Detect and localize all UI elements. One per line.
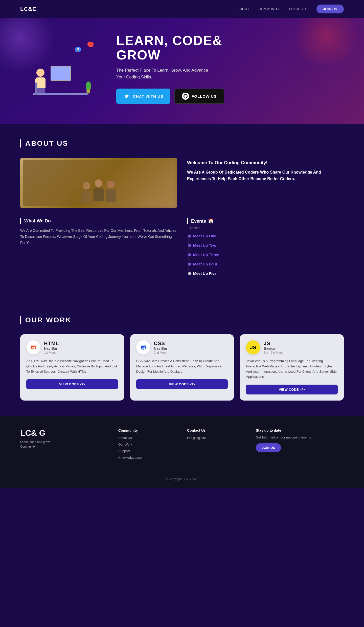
footer-grid: LC& G Learn, code and grow Community Com… — [20, 428, 344, 462]
footer-contact-col: Contact Us info@lcg.site — [187, 428, 246, 462]
footer-join-button[interactable]: JOIN US — [256, 443, 281, 452]
about-grid: Welcome To Our Coding Community! We Are … — [20, 158, 344, 208]
about-image — [20, 158, 177, 208]
footer-logo: LC& G — [20, 428, 108, 438]
js-subtitle: Basics — [264, 346, 283, 350]
nav-links: ABOUT COMMUNITY PROJECTS JOIN US — [237, 5, 344, 13]
what-we-do-text: We Are Committed To Providing The Best R… — [20, 228, 177, 246]
footer-brand: LC& G Learn, code and grow Community — [20, 428, 108, 462]
twitter-icon — [123, 93, 130, 100]
css-icon — [136, 340, 150, 354]
events-section: Events 📅 Timeline Meet Up One Meet Up Tw… — [187, 218, 344, 281]
footer-community-title: Community — [118, 428, 177, 432]
calendar-icon: 📅 — [208, 218, 214, 224]
footer-link-kb[interactable]: Knowledgebase — [118, 456, 142, 459]
css-view-code-button[interactable]: VIEW CODE </> — [136, 379, 228, 389]
css-title-group: CSS Nav Bar 2nd Meet — [154, 341, 167, 354]
html-meet: 1st Meet — [44, 351, 59, 354]
footer-contact-email[interactable]: info@lcg.site — [187, 436, 206, 440]
nav-join-button[interactable]: JOIN US — [316, 5, 344, 13]
html-icon — [26, 340, 40, 354]
our-work-section: OUR WORK HTML — [20, 301, 344, 416]
timeline-item-3: Meet Up Three — [193, 253, 344, 257]
hero-content: LEARN, CODE& GROW The Perfect Place To L… — [116, 33, 344, 104]
footer-contact-title: Contact Us — [187, 428, 246, 432]
hero-subtitle: The Perfect Place To Learn, Grow, And Ad… — [116, 67, 212, 80]
footer-link-about[interactable]: About Us — [118, 436, 132, 440]
html-card: HTML Nav Bar 1st Meet An HTML Nav Bar Is… — [20, 334, 124, 401]
desk-leg-left — [35, 82, 37, 95]
hero-title: LEARN, CODE& GROW — [116, 33, 344, 62]
footer-tagline: Learn, code and grow Community — [20, 440, 108, 449]
timeline-item-4: Meet Up Four — [193, 262, 344, 266]
js-card: JS JS Basics 3rd - 5th Meet JavaScript I… — [240, 334, 344, 401]
js-view-code-button[interactable]: VIEW CODE </> — [246, 385, 338, 394]
what-we-do-section: What We Do We Are Committed To Providing… — [20, 218, 177, 281]
chat-bubble-1: ❤️ — [87, 41, 94, 47]
html-title-group: HTML Nav Bar 1st Meet — [44, 341, 59, 354]
nav-logo: LC&G — [20, 6, 37, 12]
main-content: ABOUT US — [0, 124, 364, 416]
footer: LC& G Learn, code and grow Community Com… — [0, 416, 364, 488]
plant-decoration — [86, 81, 91, 93]
work-cards: HTML Nav Bar 1st Meet An HTML Nav Bar Is… — [20, 334, 344, 401]
footer-community-col: Community About Us Our Work Support Know… — [118, 428, 177, 462]
html-desc: An HTML Nav Bar Is A Website Navigation … — [26, 359, 118, 374]
timeline: Meet Up One Meet Up Two Meet Up Three Me… — [187, 234, 344, 276]
nav-community[interactable]: COMMUNITY — [258, 7, 280, 11]
css-card: CSS Nav Bar 2nd Meet CSS Nav Bars Provid… — [130, 334, 234, 401]
js-desc: JavaScript Is A Programming Language For… — [246, 359, 338, 380]
github-icon — [182, 93, 189, 100]
timeline-item-1: Meet Up One — [193, 234, 344, 238]
person-sil-1 — [81, 182, 92, 203]
footer-stay-col: Stay up to date Get Informed on our upco… — [256, 428, 344, 462]
css-title: CSS — [154, 341, 167, 346]
footer-link-support[interactable]: Support — [118, 449, 130, 453]
js-title: JS — [264, 341, 283, 346]
timeline-item-5: Meet Up Five — [193, 271, 344, 276]
person-sil-2 — [94, 179, 104, 201]
nav-projects[interactable]: PROJECTS — [289, 7, 307, 11]
css-desc: CSS Nav Bars Provide A Consistent, Easy … — [136, 359, 228, 374]
css-subtitle: Nav Bar — [154, 346, 167, 350]
footer-stay-title: Stay up to date — [256, 428, 344, 432]
js-meet: 3rd - 5th Meet — [264, 351, 283, 354]
chat-bubble-2: 💬 — [75, 47, 81, 52]
hero-buttons: CHAT WITH US FOLLOW US — [116, 89, 344, 104]
chat-with-us-button[interactable]: CHAT WITH US — [116, 89, 170, 104]
nav-about[interactable]: ABOUT — [237, 7, 249, 11]
monitor — [51, 66, 71, 81]
about-text: Welcome To Our Coding Community! We Are … — [187, 158, 344, 184]
html-view-code-button[interactable]: VIEW CODE </> — [26, 379, 118, 389]
js-title-group: JS Basics 3rd - 5th Meet — [264, 341, 283, 354]
footer-community-links: About Us Our Work Support Knowledgebase — [118, 435, 177, 460]
footer-stay-desc: Get Informed on our upcoming events — [256, 435, 344, 439]
about-description: We Are A Group Of Dedicated Coders Who S… — [187, 169, 344, 182]
timeline-label: Timeline — [188, 226, 344, 230]
our-work-title: OUR WORK — [20, 316, 344, 324]
about-section: ABOUT US — [20, 124, 344, 301]
js-icon: JS — [246, 340, 260, 354]
about-welcome: Welcome To Our Coding Community! — [187, 160, 344, 165]
html-card-header: HTML Nav Bar 1st Meet — [26, 340, 118, 354]
person-sil-3 — [106, 181, 116, 202]
css-card-header: CSS Nav Bar 2nd Meet — [136, 340, 228, 354]
about-title: ABOUT US — [20, 139, 344, 148]
html-title: HTML — [44, 341, 59, 346]
timeline-item-2: Meet Up Two — [193, 243, 344, 247]
html-subtitle: Nav Bar — [44, 346, 59, 350]
css-meet: 2nd Meet — [154, 351, 167, 354]
hero-illustration: ❤️ 💬 — [20, 37, 106, 100]
events-title: Events 📅 — [187, 218, 344, 224]
hero-section: ❤️ 💬 LEARN, CODE& GROW Th — [0, 18, 364, 124]
desk-base — [33, 93, 88, 95]
follow-us-button[interactable]: FOLLOW US — [174, 89, 224, 104]
footer-copyright: © Copyright LC&G 2023 — [20, 472, 344, 481]
js-card-header: JS JS Basics 3rd - 5th Meet — [246, 340, 338, 354]
about-bottom: What We Do We Are Committed To Providing… — [20, 218, 344, 291]
navbar: LC&G ABOUT COMMUNITY PROJECTS JOIN US — [0, 0, 364, 18]
what-we-do-title: What We Do — [20, 218, 177, 224]
footer-link-ourwork[interactable]: Our Work — [118, 443, 132, 446]
